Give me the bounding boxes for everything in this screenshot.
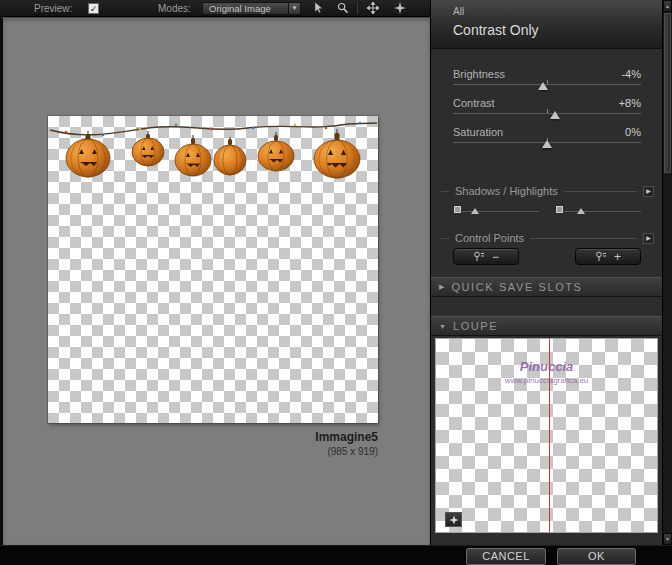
divider bbox=[441, 191, 449, 192]
shadows-highlights-sliders bbox=[453, 203, 641, 216]
chevron-right-icon: ▶ bbox=[439, 283, 444, 291]
pumpkin-garland-image bbox=[48, 116, 378, 196]
preview-area: Immagine5 (985 x 919) bbox=[0, 17, 430, 545]
sparkle-icon bbox=[394, 0, 406, 18]
brightness-value: -4% bbox=[621, 68, 641, 80]
contrast-track[interactable] bbox=[453, 113, 641, 114]
filter-header: All Contrast Only bbox=[431, 0, 663, 49]
divider bbox=[530, 238, 637, 239]
brightness-thumb[interactable] bbox=[538, 82, 548, 90]
minus-icon: − bbox=[492, 251, 499, 263]
chevron-down-icon: ▼ bbox=[439, 323, 446, 330]
highlights-thumb[interactable] bbox=[577, 208, 585, 214]
watermark: Pinuccia www.pinucciagrafica.eu bbox=[436, 359, 657, 385]
loupe-pin-button[interactable] bbox=[445, 512, 462, 527]
settings-panel: All Contrast Only Brightness -4% Contras… bbox=[430, 0, 662, 545]
shadows-highlights-label: Shadows / Highlights bbox=[455, 185, 558, 197]
toolbar: Preview: ✓ Modes: Original Image ▼ bbox=[0, 0, 430, 17]
move-arrows-icon bbox=[367, 0, 379, 18]
control-points-expand-button[interactable]: ▶ bbox=[643, 233, 654, 244]
saturation-thumb[interactable] bbox=[542, 140, 552, 148]
brightness-slider: Brightness -4% bbox=[453, 68, 641, 94]
contrast-value: +8% bbox=[619, 97, 641, 109]
shadows-expand-button[interactable]: ▶ bbox=[643, 186, 654, 197]
mode-dropdown[interactable]: Original Image ▼ bbox=[202, 2, 301, 15]
image-caption: Immagine5 (985 x 919) bbox=[48, 430, 378, 457]
control-points-section: Control Points ▶ bbox=[441, 232, 654, 244]
cancel-button[interactable]: CANCEL bbox=[466, 548, 546, 565]
toolbar-separator bbox=[357, 2, 358, 14]
canvas-image[interactable] bbox=[48, 116, 378, 423]
plus-icon: + bbox=[614, 251, 621, 263]
watermark-line1: Pinuccia bbox=[436, 359, 657, 374]
brightness-label: Brightness bbox=[453, 68, 505, 80]
shadows-thumb[interactable] bbox=[471, 208, 479, 214]
saturation-value: 0% bbox=[625, 126, 641, 138]
image-name: Immagine5 bbox=[48, 430, 378, 444]
shadows-mini-slider[interactable] bbox=[453, 203, 539, 216]
contrast-thumb[interactable] bbox=[550, 111, 560, 119]
loupe-header[interactable]: ▼ LOUPE bbox=[431, 316, 663, 336]
ok-button[interactable]: OK bbox=[557, 548, 636, 565]
highlights-mini-slider[interactable] bbox=[555, 203, 641, 216]
shadows-swatch-icon bbox=[453, 205, 462, 214]
modes-label: Modes: bbox=[158, 3, 191, 14]
shadows-highlights-section: Shadows / Highlights ▶ bbox=[441, 185, 654, 197]
control-points-label: Control Points bbox=[455, 232, 524, 244]
pan-tool-button[interactable] bbox=[363, 1, 383, 16]
slider-center-tick bbox=[547, 109, 548, 113]
filter-scope-label: All bbox=[453, 6, 464, 17]
control-point-icon bbox=[595, 248, 607, 266]
highlight-tool-button[interactable] bbox=[390, 1, 410, 16]
remove-control-point-button[interactable]: − bbox=[453, 248, 519, 265]
zoom-tool-button[interactable] bbox=[333, 1, 353, 16]
divider bbox=[441, 238, 449, 239]
scroll-down-button[interactable]: ▼ bbox=[663, 533, 672, 545]
saturation-label: Saturation bbox=[453, 126, 503, 138]
mode-dropdown-value: Original Image bbox=[209, 3, 271, 14]
image-dimensions: (985 x 919) bbox=[48, 446, 378, 457]
contrast-slider: Contrast +8% bbox=[453, 97, 641, 123]
saturation-slider: Saturation 0% bbox=[453, 126, 641, 152]
filter-dialog: Preview: ✓ Modes: Original Image ▼ bbox=[0, 0, 672, 565]
add-control-point-button[interactable]: + bbox=[575, 248, 641, 265]
shadows-track[interactable] bbox=[453, 211, 539, 212]
scroll-up-button[interactable]: ▲ bbox=[663, 0, 672, 12]
pin-icon bbox=[449, 511, 459, 529]
cursor-arrow-icon bbox=[312, 0, 324, 18]
contrast-label: Contrast bbox=[453, 97, 495, 109]
loupe-label: LOUPE bbox=[453, 320, 498, 332]
preview-checkbox[interactable]: ✓ bbox=[88, 3, 99, 14]
loupe-preview: Pinuccia www.pinucciagrafica.eu bbox=[435, 338, 658, 533]
control-point-icon bbox=[473, 248, 485, 266]
quick-save-slots-label: QUICK SAVE SLOTS bbox=[451, 281, 582, 293]
watermark-line2: www.pinucciagrafica.eu bbox=[436, 376, 657, 385]
filter-title: Contrast Only bbox=[453, 22, 539, 38]
loupe-crosshair-line bbox=[549, 339, 550, 532]
quick-save-slots-header[interactable]: ▶ QUICK SAVE SLOTS bbox=[431, 277, 663, 297]
magnifier-icon bbox=[337, 0, 349, 18]
panel-scrollbar[interactable]: ▲ ▼ bbox=[662, 0, 672, 545]
dialog-footer: CANCEL OK bbox=[0, 545, 672, 565]
highlights-swatch-icon bbox=[555, 205, 564, 214]
highlights-track[interactable] bbox=[555, 211, 641, 212]
chevron-down-icon[interactable]: ▼ bbox=[288, 3, 300, 14]
preview-label: Preview: bbox=[34, 3, 72, 14]
select-tool-button[interactable] bbox=[308, 1, 328, 16]
divider bbox=[564, 191, 637, 192]
scrollbar-thumb[interactable] bbox=[664, 13, 671, 173]
